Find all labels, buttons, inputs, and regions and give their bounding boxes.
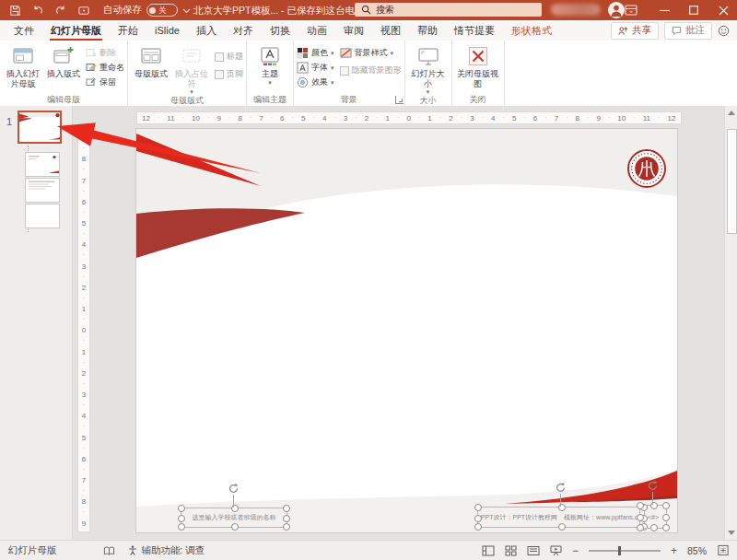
- footer-checkbox[interactable]: 页脚: [215, 67, 243, 81]
- slide-sorter-icon[interactable]: [505, 545, 517, 556]
- delete-button[interactable]: 删除: [86, 45, 124, 60]
- minimize-button[interactable]: [650, 0, 678, 20]
- redo-icon[interactable]: [54, 5, 67, 17]
- layout-thumbnail-1[interactable]: [26, 153, 59, 176]
- master-layout-button[interactable]: 母版版式: [131, 42, 171, 79]
- background-styles-button[interactable]: 背景样式 ▾: [340, 45, 402, 60]
- save-icon[interactable]: [9, 5, 21, 17]
- vertical-scrollbar[interactable]: [724, 106, 737, 540]
- selection-handle[interactable]: [637, 502, 644, 509]
- zoom-slider[interactable]: [589, 550, 661, 552]
- selection-handle[interactable]: [178, 523, 185, 531]
- maximize-button[interactable]: [680, 0, 708, 20]
- selection-handle[interactable]: [662, 502, 670, 509]
- selection-handle[interactable]: [637, 524, 644, 531]
- share-button[interactable]: 共享: [611, 22, 659, 40]
- slideshow-icon[interactable]: [550, 545, 562, 556]
- normal-view-icon[interactable]: [482, 545, 495, 556]
- zoom-level[interactable]: 85%: [687, 545, 707, 556]
- tab-view[interactable]: 视图: [372, 20, 409, 41]
- master-layout-label: 母版版式: [134, 69, 169, 79]
- preserve-button[interactable]: 保留: [86, 75, 124, 89]
- rotate-handle-icon[interactable]: [228, 483, 240, 495]
- tab-transitions[interactable]: 切换: [262, 20, 298, 41]
- touch-mouse-mode-icon[interactable]: [77, 5, 90, 17]
- ribbon-display-options-icon[interactable]: [619, 0, 643, 20]
- scrollbar-thumb[interactable]: [727, 129, 737, 234]
- search-input[interactable]: 搜索: [355, 3, 542, 17]
- tab-align[interactable]: 对齐: [225, 20, 262, 41]
- tab-animations[interactable]: 动画: [298, 20, 335, 41]
- feedback-smiley-icon[interactable]: [718, 25, 730, 37]
- selection-handle[interactable]: [637, 514, 644, 521]
- layout-thumbnail-2[interactable]: [26, 179, 59, 202]
- title-checkbox[interactable]: 标题: [215, 50, 243, 64]
- master-slide-thumbnail[interactable]: [19, 112, 60, 142]
- selection-handle[interactable]: [558, 523, 566, 531]
- scroll-up-icon[interactable]: [728, 111, 735, 115]
- zoom-slider-thumb[interactable]: [618, 546, 621, 555]
- tab-storyboard[interactable]: 情节提要: [446, 20, 503, 41]
- accessibility-icon: [127, 544, 138, 556]
- colors-icon: [297, 47, 309, 59]
- footer-placeholder[interactable]: PPT设计：PPT设计教程网 模板网址：www.pptfans.cn: [477, 507, 645, 528]
- search-placeholder: 搜索: [376, 4, 394, 17]
- qat-customize-icon[interactable]: [182, 6, 191, 15]
- slide-number-placeholder[interactable]: <#>: [639, 505, 667, 529]
- selection-handle[interactable]: [178, 515, 185, 522]
- selection-handle[interactable]: [283, 515, 290, 522]
- selection-handle[interactable]: [474, 523, 482, 531]
- tab-file[interactable]: 文件: [6, 20, 42, 41]
- selection-handle[interactable]: [662, 524, 670, 531]
- scroll-down-icon[interactable]: [728, 531, 735, 535]
- rename-button[interactable]: 重命名: [86, 60, 124, 75]
- selection-handle[interactable]: [283, 523, 290, 531]
- selection-handle[interactable]: [650, 524, 658, 531]
- school-name-placeholder[interactable]: 这里输入学校或者班级的名称: [181, 508, 287, 528]
- group-master-layout: 母版版式 插入占位符 ▾ 标题 页脚: [128, 41, 247, 106]
- undo-icon[interactable]: [31, 5, 44, 17]
- theme-fonts-button[interactable]: 字体 ▾: [297, 60, 334, 75]
- accessibility-status[interactable]: 辅助功能: 调查: [127, 544, 205, 557]
- rotate-handle-icon[interactable]: [555, 482, 567, 494]
- theme-effects-button[interactable]: 效果 ▾: [297, 75, 334, 89]
- slide-canvas[interactable]: [136, 129, 677, 532]
- close-button[interactable]: [709, 0, 737, 20]
- tab-slide-master[interactable]: 幻灯片母版: [42, 20, 110, 41]
- tab-home[interactable]: 开始: [110, 20, 146, 41]
- ruler-tick: ·: [608, 117, 610, 119]
- selection-handle[interactable]: [474, 515, 482, 522]
- close-master-view-button[interactable]: 关闭母版视图: [455, 42, 501, 88]
- insert-slide-master-button[interactable]: 插入幻灯片母版: [3, 42, 43, 88]
- rotate-handle-icon[interactable]: [647, 480, 659, 492]
- themes-button[interactable]: 主题 ▾: [250, 42, 290, 86]
- zoom-in-icon[interactable]: +: [671, 544, 677, 557]
- zoom-out-icon[interactable]: −: [572, 544, 579, 557]
- autosave-toggle[interactable]: 自动保存 关: [103, 4, 191, 17]
- slide-size-button[interactable]: 幻灯片大小 ▾: [408, 42, 449, 95]
- selection-handle[interactable]: [283, 505, 290, 512]
- tab-help[interactable]: 帮助: [409, 20, 446, 41]
- insert-placeholder-button[interactable]: 插入占位符 ▾: [171, 42, 212, 95]
- selection-handle[interactable]: [474, 504, 482, 511]
- theme-colors-button[interactable]: 颜色 ▾: [297, 45, 334, 60]
- comments-button[interactable]: 批注: [664, 22, 712, 40]
- delete-icon: [86, 47, 97, 58]
- vertical-ruler[interactable]: 9·8·7·6·5·4·3·2·1·0·1·2·3·4·5·6·7·8·9: [77, 129, 90, 532]
- hide-background-checkbox[interactable]: 隐藏背景图形: [340, 64, 402, 77]
- dialog-launcher-icon[interactable]: [395, 96, 404, 104]
- tab-islide[interactable]: iSlide: [146, 20, 188, 41]
- proofing-icon[interactable]: [103, 545, 115, 556]
- layout-thumbnail-3[interactable]: [26, 204, 59, 228]
- horizontal-ruler[interactable]: 12·11·10·9·8·7·6·5·4·3·2·1·0·1·2·3·4·5·6…: [136, 111, 682, 124]
- insert-layout-button[interactable]: 插入版式: [43, 42, 84, 79]
- selection-handle[interactable]: [178, 505, 185, 512]
- selection-handle[interactable]: [662, 514, 670, 521]
- fit-to-window-icon[interactable]: [717, 544, 730, 556]
- autosave-pill[interactable]: 关: [146, 4, 178, 17]
- tab-shape-format[interactable]: 形状格式: [503, 20, 560, 41]
- reading-view-icon[interactable]: [527, 545, 540, 556]
- tab-insert[interactable]: 插入: [188, 20, 225, 41]
- selection-handle[interactable]: [231, 523, 239, 531]
- tab-review[interactable]: 审阅: [335, 20, 372, 41]
